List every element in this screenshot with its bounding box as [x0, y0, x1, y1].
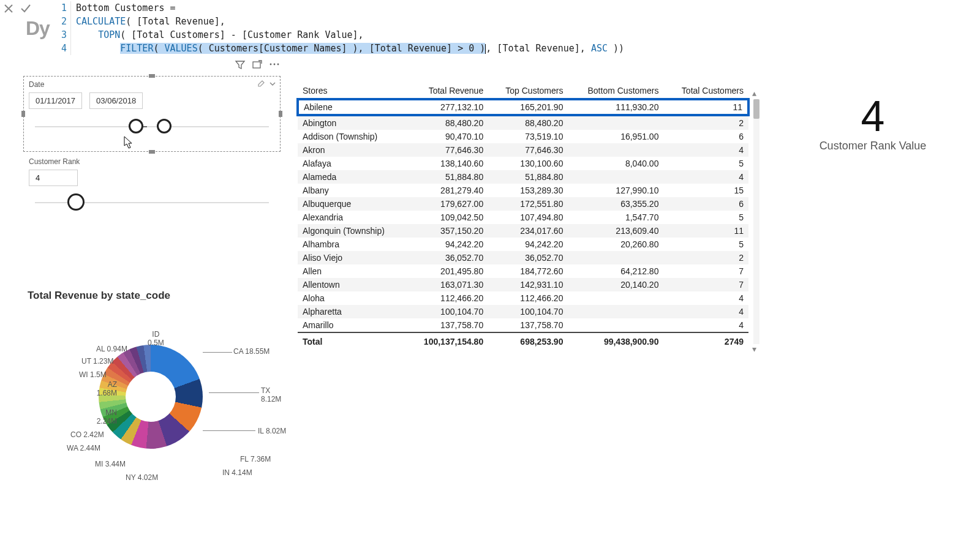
donut-label-ny: NY 4.02M [126, 473, 158, 482]
chevron-down-icon[interactable] [269, 80, 276, 91]
donut-chart-visual[interactable]: Total Revenue by state_code CA 18.55M TX… [24, 283, 294, 491]
table-row[interactable]: Amarillo137,758.70137,758.704 [298, 318, 748, 332]
table-row[interactable]: Albuquerque179,627.00172,551.8063,355.20… [298, 197, 748, 211]
table-footer-row: Total 100,137,154.80 698,253.90 99,438,9… [298, 332, 748, 350]
table-row[interactable]: Aloha112,466.20112,466.204 [298, 291, 748, 305]
donut-label-id: ID0.5M [148, 330, 164, 347]
resize-handle-right[interactable] [279, 111, 282, 117]
scrollbar-thumb[interactable] [753, 99, 760, 119]
donut-label-fl: FL 7.36M [240, 455, 271, 463]
table-row[interactable]: Albany281,279.40153,289.30127,990.1015 [298, 184, 748, 197]
col-total-customers[interactable]: Total Customers [663, 83, 748, 99]
stores-table[interactable]: ▴ ▾ Stores Total Revenue Top Customers B… [296, 83, 750, 350]
donut-label-az: AZ1.68M [86, 380, 117, 397]
date-from-input[interactable]: 01/11/2017 [29, 92, 82, 109]
table-row[interactable]: Allen201,495.80184,772.6064,212.807 [298, 264, 748, 278]
date-slicer[interactable]: Date 01/11/2017 03/06/2018 [23, 76, 281, 152]
chart-title: Total Revenue by state_code [25, 283, 293, 308]
date-slider-thumb-to[interactable] [157, 119, 172, 133]
donut-label-mi: MI 3.44M [95, 460, 126, 468]
donut-label-il: IL 8.02M [258, 427, 286, 435]
donut-label-mn: MN2.24M [80, 408, 117, 425]
col-top-customers[interactable]: Top Customers [488, 83, 568, 99]
formula-line-1: Bottom Customers = [71, 1, 176, 15]
svg-point-1 [270, 64, 272, 66]
date-range-slider[interactable] [35, 115, 269, 140]
card-value: 4 [796, 92, 949, 141]
slicer-title-rank: Customer Rank [24, 154, 280, 167]
confirm-icon[interactable] [20, 2, 32, 15]
focus-mode-icon[interactable] [252, 59, 263, 72]
more-options-icon[interactable] [269, 59, 280, 72]
svg-rect-0 [253, 62, 260, 68]
donut-label-ca: CA 18.55M [233, 347, 270, 356]
customer-rank-card[interactable]: 4 Customer Rank Value [796, 92, 949, 152]
table-row[interactable]: Alexandria109,042.50107,494.801,547.705 [298, 211, 748, 224]
col-bottom-customers[interactable]: Bottom Customers [568, 83, 663, 99]
col-total-revenue[interactable]: Total Revenue [406, 83, 488, 99]
date-slider-thumb-from[interactable] [129, 119, 143, 133]
table-row[interactable]: Alameda51,884.8051,884.804 [298, 170, 748, 184]
rank-slider-thumb[interactable] [67, 193, 85, 211]
formula-bar[interactable]: 1Bottom Customers = 2CALCULATE( [Total R… [58, 1, 976, 55]
table-row[interactable]: Algonquin (Township)357,150.20234,017.60… [298, 224, 748, 238]
slicer-title-date: Date [24, 77, 280, 90]
donut-label-tx: TXTX 8.12M8.12M [261, 386, 281, 403]
svg-point-2 [274, 64, 276, 66]
donut-label-in: IN 4.14M [222, 468, 252, 477]
rank-input[interactable]: 4 [29, 170, 78, 186]
donut-label-co: CO 2.42M [70, 430, 104, 439]
clear-selection-icon[interactable] [258, 80, 266, 91]
scroll-up-icon[interactable]: ▴ [752, 88, 761, 97]
donut-label-ut: UT 1.23M [81, 357, 113, 365]
card-label: Customer Rank Value [796, 140, 949, 152]
table-row[interactable]: Abilene277,132.10165,201.90111,930.2011 [298, 99, 748, 115]
cancel-icon[interactable] [2, 2, 15, 15]
resize-handle-top[interactable] [149, 74, 155, 78]
table-row[interactable]: Alpharetta100,104.70100,104.704 [298, 305, 748, 318]
filter-icon[interactable] [235, 59, 246, 72]
rank-slicer[interactable]: Customer Rank 4 [23, 153, 281, 220]
scrollbar-track[interactable] [753, 99, 760, 344]
donut-label-al: AL 0.94M [96, 345, 127, 353]
scroll-down-icon[interactable]: ▾ [752, 344, 761, 353]
table-row[interactable]: Akron77,646.3077,646.304 [298, 143, 748, 157]
table-header-row: Stores Total Revenue Top Customers Botto… [298, 83, 748, 99]
table-row[interactable]: Addison (Township)90,470.1073,519.1016,9… [298, 130, 748, 143]
table-row[interactable]: Alafaya138,140.60130,100.608,040.005 [298, 157, 748, 170]
resize-handle-left[interactable] [21, 111, 25, 117]
rank-slider[interactable] [35, 191, 269, 216]
col-stores[interactable]: Stores [298, 83, 406, 99]
table-row[interactable]: Abington88,480.2088,480.202 [298, 115, 748, 130]
svg-point-3 [277, 64, 279, 66]
donut-label-wa: WA 2.44M [67, 444, 100, 452]
date-to-input[interactable]: 03/06/2018 [89, 92, 143, 109]
table-row[interactable]: Aliso Viejo36,052.7036,052.702 [298, 251, 748, 264]
donut-chart[interactable]: CA 18.55M TXTX 8.12M8.12M IL 8.02M FL 7.… [25, 308, 282, 504]
table-row[interactable]: Allentown163,071.30142,931.1020,140.207 [298, 278, 748, 291]
table-row[interactable]: Alhambra94,242.2094,242.2020,260.805 [298, 238, 748, 251]
watermark: Dy [26, 17, 50, 40]
donut-label-wi: WI 1.5M [79, 370, 107, 379]
